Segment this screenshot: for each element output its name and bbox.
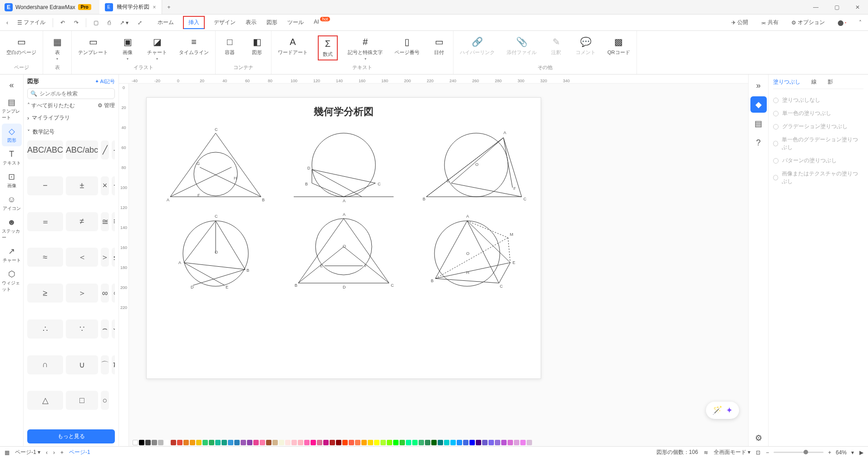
- color-swatch[interactable]: [158, 440, 163, 445]
- math-symbols-section[interactable]: ˅ 数学記号: [27, 126, 115, 138]
- color-swatch[interactable]: [260, 440, 265, 445]
- color-swatch[interactable]: [514, 440, 519, 445]
- minimize-button[interactable]: —: [805, 0, 826, 15]
- color-swatch[interactable]: [336, 440, 341, 445]
- symbol-cell[interactable]: ≤: [112, 248, 115, 267]
- menu-tab-ホーム[interactable]: ホーム: [157, 16, 175, 29]
- document-tab[interactable]: E 幾何学分析図 ×: [99, 0, 162, 14]
- color-swatch[interactable]: [190, 440, 195, 445]
- symbol-cell[interactable]: △: [27, 391, 63, 410]
- ribbon-日付[interactable]: ▭日付: [429, 35, 449, 57]
- color-swatch[interactable]: [234, 440, 240, 445]
- color-swatch[interactable]: [387, 440, 392, 445]
- my-library-section[interactable]: › マイライブラリ: [27, 112, 115, 124]
- color-swatch[interactable]: [253, 440, 259, 445]
- color-swatch[interactable]: [215, 440, 221, 445]
- ribbon-容器[interactable]: □容器: [220, 35, 239, 57]
- symbol-cell[interactable]: ≥: [27, 284, 63, 303]
- color-swatch[interactable]: [152, 440, 157, 445]
- zoom-slider[interactable]: [774, 452, 824, 453]
- symbol-cell[interactable]: ≈: [27, 248, 63, 267]
- ribbon-ページ番号[interactable]: ▯ページ番号: [393, 35, 421, 57]
- help-icon[interactable]: ?: [750, 134, 767, 151]
- format-tab-影[interactable]: 影: [828, 78, 833, 86]
- fill-tool-icon[interactable]: ◆: [750, 96, 767, 113]
- collapse-leftpanel-button[interactable]: «: [2, 77, 22, 93]
- symbol-cell[interactable]: ÷: [112, 176, 115, 195]
- symbol-cell[interactable]: ＞: [101, 248, 109, 267]
- color-swatch[interactable]: [374, 440, 380, 445]
- color-swatch[interactable]: [317, 440, 322, 445]
- publish-button[interactable]: ✈ 公開: [728, 17, 752, 28]
- next-page-button[interactable]: ›: [53, 449, 55, 456]
- symbol-cell[interactable]: π: [112, 355, 115, 374]
- symbol-cell[interactable]: ∩: [27, 355, 63, 374]
- color-swatch[interactable]: [291, 440, 297, 445]
- zoom-dropdown[interactable]: ▾: [851, 449, 854, 456]
- grid-toggle[interactable]: ▦: [5, 449, 10, 456]
- leftrail-アイコン[interactable]: ☺アイコン: [2, 192, 22, 214]
- sparkle-icon[interactable]: ✦: [726, 405, 733, 415]
- symbol-cell[interactable]: ∴: [27, 319, 63, 339]
- export-button[interactable]: ↗ ▾: [116, 18, 132, 28]
- symbol-cell[interactable]: ABC/abc: [66, 140, 98, 159]
- color-swatch[interactable]: [183, 440, 189, 445]
- color-swatch[interactable]: [323, 440, 329, 445]
- close-window-button[interactable]: ✕: [847, 0, 868, 15]
- back-button[interactable]: ‹: [3, 18, 12, 28]
- format-tab-塗りつぶし[interactable]: 塗りつぶし: [773, 78, 800, 86]
- color-swatch[interactable]: [425, 440, 430, 445]
- color-swatch[interactable]: [266, 440, 271, 445]
- diagram-5[interactable]: ABCDEFO: [282, 210, 405, 292]
- symbol-cell[interactable]: ⌣: [112, 319, 115, 339]
- diagram-2[interactable]: DCBA: [282, 124, 405, 206]
- color-swatch[interactable]: [520, 440, 526, 445]
- color-swatch[interactable]: [298, 440, 303, 445]
- no-fill-swatch[interactable]: [133, 440, 138, 445]
- zoom-in-button[interactable]: +: [828, 449, 831, 456]
- fill-option[interactable]: グラデーション塗りつぶし: [773, 120, 863, 133]
- symbol-cell[interactable]: □: [66, 391, 98, 410]
- ribbon-チャート[interactable]: ◪チャート▾: [145, 35, 169, 62]
- fill-option[interactable]: 画像またはテクスチャの塗りつぶし: [773, 167, 863, 188]
- menu-tab-AI[interactable]: AI: [313, 16, 320, 29]
- symbol-cell[interactable]: ⌒: [101, 355, 109, 374]
- color-swatch[interactable]: [412, 440, 418, 445]
- color-swatch[interactable]: [508, 440, 513, 445]
- fullscreen-mode[interactable]: 全画面モード ▾: [714, 448, 750, 456]
- ribbon-図形[interactable]: ◧図形: [247, 35, 266, 57]
- color-swatch[interactable]: [527, 440, 532, 445]
- print-button[interactable]: ⎙: [104, 18, 114, 28]
- color-swatch[interactable]: [444, 440, 449, 445]
- color-swatch[interactable]: [393, 440, 399, 445]
- expand-rightpanel-button[interactable]: »: [750, 77, 767, 94]
- symbol-cell[interactable]: ≡: [112, 212, 115, 231]
- settings-icon[interactable]: ⚙: [750, 430, 767, 446]
- diagram-4[interactable]: CABDEO: [154, 210, 277, 292]
- ai-symbol-button[interactable]: ✦ AI記号: [95, 78, 115, 85]
- diagram-6[interactable]: ABCEMOH: [410, 210, 533, 292]
- page-selector[interactable]: ページ-1 ▾: [15, 448, 40, 456]
- canvas-viewport[interactable]: 幾何学分析図 CABGHF DCBA ABCEOF CABDEO ABCDEFO…: [119, 84, 748, 439]
- color-swatch[interactable]: [145, 440, 151, 445]
- color-swatch[interactable]: [488, 440, 494, 445]
- prev-page-button[interactable]: ‹: [46, 449, 48, 456]
- undo-button[interactable]: ↶: [57, 18, 69, 28]
- symbol-cell[interactable]: ＝: [27, 212, 63, 231]
- color-swatch[interactable]: [438, 440, 443, 445]
- color-swatch[interactable]: [457, 440, 462, 445]
- page[interactable]: 幾何学分析図 CABGHF DCBA ABCEOF CABDEO ABCDEFO…: [146, 97, 541, 379]
- symbol-cell[interactable]: ⌢: [101, 319, 109, 339]
- notifications-button[interactable]: ⬤•: [834, 18, 850, 28]
- diagram-1[interactable]: CABGHF: [154, 124, 277, 206]
- leftrail-ウィジェット[interactable]: ⬡ウィジェット: [2, 266, 22, 295]
- symbol-cell[interactable]: ≠: [66, 212, 98, 231]
- color-swatch[interactable]: [196, 440, 202, 445]
- color-swatch[interactable]: [482, 440, 488, 445]
- ribbon-空白のページ[interactable]: ▭空白のページ: [5, 35, 38, 57]
- symbol-cell[interactable]: ○: [101, 391, 109, 410]
- options-button[interactable]: ⚙ オプション: [788, 17, 829, 28]
- color-swatch[interactable]: [399, 440, 405, 445]
- leftrail-ステッカー[interactable]: ☻ステッカー: [2, 214, 22, 244]
- color-swatch[interactable]: [304, 440, 310, 445]
